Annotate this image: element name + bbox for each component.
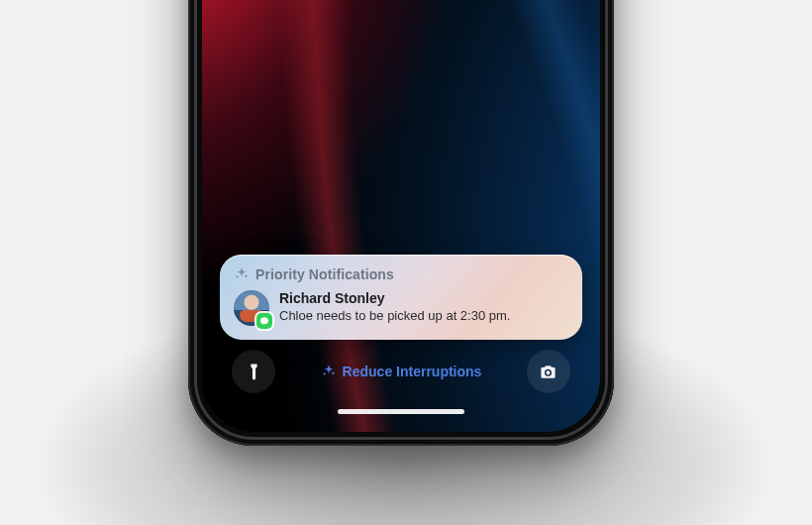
priority-notifications-title: Priority Notifications: [255, 266, 394, 282]
flashlight-button[interactable]: [232, 350, 275, 393]
home-indicator[interactable]: [338, 409, 464, 414]
contact-avatar-wrap: [234, 290, 269, 326]
notification-text: Richard Stonley Chloe needs to be picked…: [279, 290, 510, 324]
camera-button[interactable]: [527, 350, 570, 393]
priority-notifications-card[interactable]: Priority Notifications Richard Stonley C…: [220, 255, 582, 340]
sparkle-icon: [234, 266, 250, 282]
focus-mode-pill[interactable]: Reduce Interruptions: [321, 364, 482, 379]
notification-message: Chloe needs to be picked up at 2:30 pm.: [279, 308, 510, 324]
lock-screen: Priority Notifications Richard Stonley C…: [202, 0, 600, 432]
messages-app-icon: [256, 313, 272, 329]
camera-icon: [539, 363, 558, 381]
product-stage: Priority Notifications Richard Stonley C…: [0, 0, 812, 525]
lockscreen-bottom-zone: Priority Notifications Richard Stonley C…: [202, 255, 600, 414]
priority-notifications-header: Priority Notifications: [234, 266, 568, 282]
focus-mode-label: Reduce Interruptions: [343, 364, 482, 379]
sparkle-icon: [321, 364, 337, 379]
iphone-device-frame: Priority Notifications Richard Stonley C…: [188, 0, 614, 446]
flashlight-icon: [245, 363, 263, 381]
notification-item[interactable]: Richard Stonley Chloe needs to be picked…: [234, 290, 568, 326]
notification-contact-name: Richard Stonley: [279, 290, 510, 307]
lockscreen-bottom-row: Reduce Interruptions: [220, 350, 582, 393]
